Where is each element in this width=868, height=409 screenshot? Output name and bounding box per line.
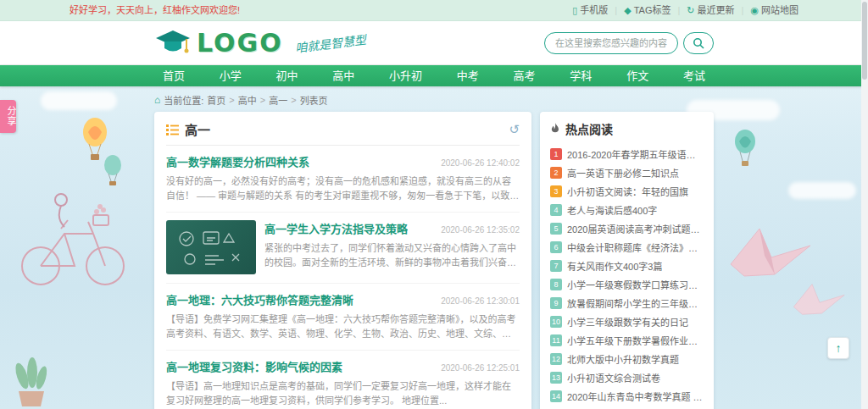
- hot-reading-title: 热点阅读: [565, 120, 613, 137]
- hot-item[interactable]: 142020年山东青岛中考数学真题 (已公布): [550, 389, 704, 404]
- hot-reading-card: 热点阅读 12016-2020年春学期五年级语文下期末模拟 2高一英语下册必修二…: [540, 112, 714, 409]
- recent-updates-link[interactable]: ↻最近更新: [687, 0, 734, 21]
- welcome-text: 好好学习，天天向上，红柚作文网欢迎您!: [70, 0, 240, 21]
- article-item: 高一地理：六大技巧帮你答题完整清晰 2020-06-26 12:30:01 【导…: [166, 284, 520, 351]
- article-list-card: 高一 ↺ 高一数学解题要分析四种关系 2020-06-26 12:40:02 没…: [154, 112, 531, 409]
- nav-item-home[interactable]: 首页: [154, 65, 193, 86]
- breadcrumb-sep: >: [260, 95, 265, 105]
- article-excerpt: 紧张的中考过去了，同学们怀着激动又兴奋的心情跨入了高中的校园。面对全新的生活环境…: [264, 241, 520, 270]
- hot-item[interactable]: 9放暑假期间帮小学生的三年级作文100字: [550, 296, 704, 311]
- nav-item-subjects[interactable]: 学科: [561, 65, 600, 86]
- nav-item-composition[interactable]: 作文: [618, 65, 657, 86]
- main-nav: 首页 小学 初中 高中 小升初 中考 高考 学科 作文 考试: [0, 65, 868, 86]
- share-tab[interactable]: 分享: [0, 100, 16, 133]
- breadcrumb-sep: >: [229, 95, 234, 105]
- article-date: 2020-06-26 12:40:02: [432, 158, 520, 168]
- nav-item-xiaoshengchu[interactable]: 小升初: [381, 65, 431, 86]
- home-icon: ⌂: [154, 94, 160, 106]
- hot-item[interactable]: 2高一英语下册必修二知识点: [550, 165, 704, 180]
- list-header: 高一 ↺: [166, 120, 520, 146]
- rank-badge: 2: [550, 167, 562, 179]
- article-title-link[interactable]: 高一学生入学方法指导及策略: [264, 220, 408, 236]
- list-icon: [166, 124, 179, 135]
- hot-item[interactable]: 3小升初语文阅读：年轻的国旗: [550, 184, 704, 199]
- rank-badge: 1: [550, 148, 562, 160]
- nav-item-exams[interactable]: 考试: [675, 65, 714, 86]
- divider: |: [677, 0, 680, 21]
- hot-item[interactable]: 10小学三年级跟数学有关的日记: [550, 314, 704, 329]
- site-logo[interactable]: LOGO: [154, 28, 283, 58]
- hot-item[interactable]: 4老人与海读后感400字: [550, 202, 704, 218]
- article-date: 2020-06-26 12:30:01: [432, 296, 520, 306]
- divider: |: [742, 0, 744, 21]
- article-excerpt: 【导语】高一地理知识点是高考的基础，同学们一定要复习好高一地理，这样才能在复习好…: [166, 379, 520, 408]
- mobile-version-link[interactable]: ▯手机版: [572, 0, 608, 21]
- hot-item[interactable]: 12北师大版中小升初数学真题: [550, 351, 704, 367]
- bicycle-illustration: [12, 178, 139, 296]
- article-item: 高一地理复习资料：影响气候的因素 2020-06-26 12:25:01 【导语…: [166, 351, 520, 409]
- article-item: 高一学生入学方法指导及策略 2020-06-26 12:35:02 紧张的中考过…: [166, 213, 520, 284]
- cloud-shape: [788, 182, 856, 199]
- rank-badge: 4: [550, 204, 562, 216]
- breadcrumb-senior[interactable]: 高中: [238, 93, 257, 107]
- nav-item-zhongkao[interactable]: 中考: [448, 65, 487, 86]
- plant-illustration: [5, 356, 56, 409]
- breadcrumb: ⌂ 当前位置: 首页 > 高中 > 高一 > 列表页: [154, 93, 714, 107]
- rank-badge: 13: [550, 372, 562, 384]
- arrow-up-icon: ↑: [836, 341, 842, 355]
- breadcrumb-label: 当前位置:: [164, 93, 203, 107]
- paper-crane-illustration: [788, 279, 848, 323]
- sidebar: 热点阅读 12016-2020年春学期五年级语文下期末模拟 2高一英语下册必修二…: [540, 112, 714, 409]
- scrollbar: [861, 0, 868, 409]
- nav-item-senior[interactable]: 高中: [324, 65, 363, 86]
- nav-item-gaokao[interactable]: 高考: [505, 65, 544, 86]
- scrollbar-thumb[interactable]: [862, 2, 867, 80]
- hot-item[interactable]: 12016-2020年春学期五年级语文下期末模拟: [550, 146, 704, 162]
- back-to-top-button[interactable]: ↑: [827, 337, 849, 359]
- article-title-link[interactable]: 高一地理复习资料：影响气候的因素: [166, 358, 342, 374]
- rank-badge: 3: [550, 185, 562, 197]
- logo-slogan: 咱就是智慧型: [294, 30, 367, 55]
- nav-item-junior[interactable]: 初中: [268, 65, 307, 86]
- return-icon[interactable]: ↺: [509, 123, 520, 135]
- rank-badge: 7: [550, 260, 562, 272]
- search-icon: [693, 37, 704, 49]
- nav-item-primary[interactable]: 小学: [211, 65, 250, 86]
- refresh-icon: ↻: [687, 0, 694, 21]
- flame-icon: [550, 123, 560, 135]
- hot-item[interactable]: 11小学五年级下册数学暑假作业答案【20-61: [550, 333, 704, 348]
- rank-badge: 8: [550, 279, 562, 290]
- rank-badge: 9: [550, 297, 562, 309]
- article-excerpt: 【导语】免费学习网汇集整理《高一地理：六大技巧帮你答题完整清晰》，以及的高考高考…: [166, 312, 520, 341]
- hot-item[interactable]: 52020届英语阅读高考冲刺试题附答案: [550, 221, 704, 236]
- hot-item[interactable]: 7有关风雨作文400字3篇: [550, 258, 704, 274]
- rank-badge: 14: [550, 390, 562, 402]
- cloud-shape: [41, 91, 117, 110]
- search-button[interactable]: [683, 32, 714, 54]
- article-thumbnail[interactable]: [166, 220, 256, 274]
- sitemap-link[interactable]: ◉网站地图: [750, 0, 798, 21]
- site-header: LOGO 咱就是智慧型: [0, 21, 868, 65]
- rank-badge: 11: [550, 334, 562, 346]
- breadcrumb-gaoyi[interactable]: 高一: [269, 93, 287, 107]
- breadcrumb-home[interactable]: 首页: [207, 93, 225, 107]
- hot-reading-header: 热点阅读: [550, 120, 704, 143]
- topbar-links: ▯手机版 | ◆TAG标签 | ↻最近更新 | ◉网站地图: [572, 0, 798, 21]
- hot-item[interactable]: 8小学一年级寒假数学口算练习题三篇: [550, 277, 704, 292]
- article-title-link[interactable]: 高一地理：六大技巧帮你答题完整清晰: [166, 291, 353, 307]
- breadcrumb-current: 列表页: [300, 93, 328, 107]
- article-excerpt: 没有好的高一，必然没有好的高考；没有高一的危机感和紧迫感，就没有高三的从容自信！…: [166, 174, 520, 203]
- search-box: [544, 32, 714, 54]
- rank-badge: 10: [550, 316, 562, 328]
- hot-reading-list: 12016-2020年春学期五年级语文下期末模拟 2高一英语下册必修二知识点 3…: [550, 146, 704, 409]
- article-date: 2020-06-26 12:35:02: [432, 225, 520, 235]
- tag-icon: ◆: [624, 0, 631, 21]
- hot-item[interactable]: 13小升初语文综合测试卷: [550, 370, 704, 385]
- search-input[interactable]: [544, 32, 678, 54]
- tag-link[interactable]: ◆TAG标签: [624, 0, 670, 21]
- article-title-link[interactable]: 高一数学解题要分析四种关系: [166, 153, 309, 169]
- page-title: 高一: [185, 120, 210, 138]
- rank-badge: 6: [550, 241, 562, 253]
- hot-item[interactable]: 6中级会计职称题库《经济法》检测题: [550, 240, 704, 255]
- topbar: 好好学习，天天向上，红柚作文网欢迎您! ▯手机版 | ◆TAG标签 | ↻最近更…: [0, 0, 868, 21]
